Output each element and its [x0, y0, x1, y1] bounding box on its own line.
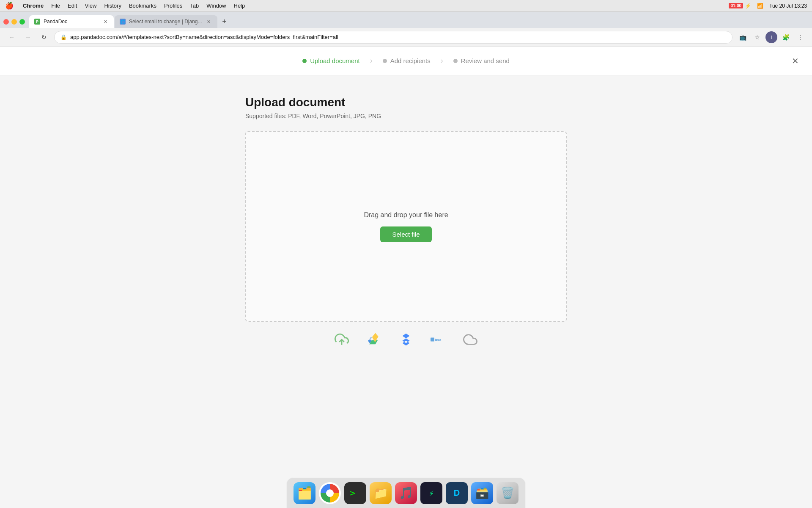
svg-text:box: box: [435, 338, 442, 342]
window-controls: [3, 19, 25, 28]
dock-chrome[interactable]: [319, 482, 341, 504]
step-review-label: Review and send: [461, 57, 510, 64]
drop-zone-text: Drag and drop your file here: [364, 211, 448, 219]
menubar-view[interactable]: View: [85, 3, 96, 9]
dock-music[interactable]: 🎵: [395, 482, 417, 504]
step-review-dot: [453, 59, 458, 63]
menubar: 🍎 Chrome File Edit View History Bookmark…: [0, 0, 812, 12]
apple-menu[interactable]: 🍎: [5, 2, 14, 10]
upload-local-icon[interactable]: [334, 332, 349, 347]
step-recipients[interactable]: Add recipients: [374, 57, 439, 64]
page-content: Upload document › Add recipients › Revie…: [0, 47, 812, 508]
bookmark-icon[interactable]: ☆: [751, 31, 763, 43]
tab-new-button[interactable]: +: [218, 15, 231, 28]
google-drive-icon[interactable]: [366, 332, 381, 347]
svg-rect-1: [431, 338, 434, 342]
step-recipients-dot: [383, 59, 387, 63]
menubar-history[interactable]: History: [104, 3, 121, 9]
tab-django-favicon: 🌐: [120, 19, 126, 25]
cast-icon[interactable]: 📺: [737, 31, 749, 43]
step-header: Upload document › Add recipients › Revie…: [0, 47, 812, 75]
step-upload[interactable]: Upload document: [294, 57, 368, 64]
dock-trash[interactable]: 🗑️: [497, 482, 518, 504]
upload-container: Upload document Supported files: PDF, Wo…: [245, 96, 567, 347]
menubar-file[interactable]: File: [51, 3, 60, 9]
address-bar[interactable]: 🔒 app.pandadoc.com/a/#/templates-next?so…: [54, 31, 732, 44]
menu-icon[interactable]: ⋮: [794, 31, 806, 43]
dock-iterm[interactable]: ⚡: [420, 482, 442, 504]
menubar-right: 01:00 ⚡ 📶 Tue 20 Jul 13:23: [729, 3, 807, 9]
step-recipients-label: Add recipients: [390, 57, 431, 64]
step-upload-dot: [302, 59, 307, 63]
menubar-help[interactable]: Help: [234, 3, 245, 9]
main-content: Upload document Supported files: PDF, Wo…: [0, 75, 812, 508]
source-icons: box: [245, 332, 567, 347]
chrome-window: P PandaDoc ✕ 🌐 Select email to change | …: [0, 12, 812, 508]
menubar-window[interactable]: Window: [206, 3, 226, 9]
dock: 🗂️ >_ 📁 🎵 ⚡ D 🗃️ 🗑️: [286, 478, 526, 508]
profile-button[interactable]: I: [765, 31, 777, 43]
menubar-wifi: 📶: [757, 3, 763, 9]
tab-bar: P PandaDoc ✕ 🌐 Select email to change | …: [0, 12, 812, 28]
menubar-tab[interactable]: Tab: [190, 3, 199, 9]
tab-django-label: Select email to change | Djang...: [129, 19, 202, 25]
back-button[interactable]: ←: [6, 31, 18, 43]
step-upload-label: Upload document: [310, 57, 360, 64]
tab-django-close[interactable]: ✕: [206, 18, 212, 25]
dock-terminal[interactable]: >_: [344, 482, 366, 504]
menubar-profiles[interactable]: Profiles: [164, 3, 182, 9]
menubar-clock: Tue 20 Jul 13:23: [769, 3, 807, 9]
dock-folder[interactable]: 🗃️: [471, 482, 493, 504]
steps: Upload document › Add recipients › Revie…: [294, 56, 518, 65]
step-review[interactable]: Review and send: [445, 57, 518, 64]
window-minimize[interactable]: [11, 19, 17, 25]
tab-pandadoc-favicon: P: [34, 19, 40, 25]
dock-finder[interactable]: 🗂️: [294, 482, 315, 504]
tab-django[interactable]: 🌐 Select email to change | Djang... ✕: [115, 15, 217, 28]
upload-subtitle: Supported files: PDF, Word, PowerPoint, …: [245, 113, 567, 119]
toolbar: ← → ↻ 🔒 app.pandadoc.com/a/#/templates-n…: [0, 28, 812, 47]
extensions-icon[interactable]: 🧩: [780, 31, 792, 43]
onedrive-icon[interactable]: [463, 332, 478, 347]
close-wizard-button[interactable]: ✕: [788, 54, 802, 68]
drop-zone[interactable]: Drag and drop your file here Select file: [245, 131, 567, 322]
forward-button[interactable]: →: [22, 31, 34, 43]
toolbar-right: 📺 ☆ I 🧩 ⋮: [737, 31, 806, 43]
box-icon[interactable]: box: [431, 332, 446, 347]
tab-pandadoc-label: PandaDoc: [44, 19, 99, 25]
upload-title: Upload document: [245, 96, 567, 109]
tab-pandadoc-close[interactable]: ✕: [102, 18, 109, 25]
battery-icon: 01:00: [729, 3, 743, 8]
dock-dashlane[interactable]: D: [446, 482, 468, 504]
tab-pandadoc[interactable]: P PandaDoc ✕: [29, 15, 114, 28]
step-arrow-2: ›: [441, 56, 443, 65]
menubar-edit[interactable]: Edit: [68, 3, 77, 9]
step-arrow-1: ›: [370, 56, 373, 65]
address-text: app.pandadoc.com/a/#/templates-next?sort…: [70, 34, 726, 40]
dock-files[interactable]: 📁: [370, 482, 392, 504]
reload-button[interactable]: ↻: [38, 31, 50, 43]
select-file-button[interactable]: Select file: [380, 226, 431, 242]
window-maximize[interactable]: [19, 19, 25, 25]
lock-icon: 🔒: [60, 34, 67, 40]
window-close[interactable]: [3, 19, 9, 25]
menubar-bookmarks[interactable]: Bookmarks: [129, 3, 156, 9]
menubar-battery: 01:00 ⚡: [729, 3, 751, 9]
dropbox-icon[interactable]: [398, 332, 414, 347]
menubar-chrome[interactable]: Chrome: [23, 3, 44, 9]
